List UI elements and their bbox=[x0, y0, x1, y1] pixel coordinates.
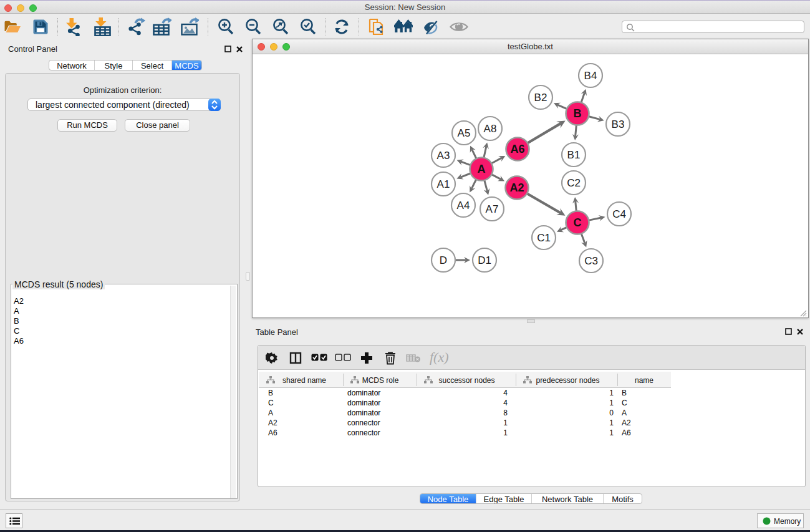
svg-text:B2: B2 bbox=[534, 92, 547, 104]
svg-text:B3: B3 bbox=[612, 118, 625, 130]
svg-text:D1: D1 bbox=[478, 254, 491, 266]
svg-text:C: C bbox=[574, 216, 582, 229]
svg-text:A1: A1 bbox=[437, 178, 450, 190]
svg-text:A3: A3 bbox=[437, 150, 450, 162]
svg-text:C2: C2 bbox=[567, 177, 581, 189]
svg-text:A7: A7 bbox=[486, 203, 499, 215]
svg-text:C4: C4 bbox=[612, 208, 626, 220]
svg-text:B1: B1 bbox=[567, 149, 581, 161]
svg-text:C1: C1 bbox=[537, 232, 551, 244]
svg-text:A4: A4 bbox=[457, 200, 470, 211]
svg-text:C3: C3 bbox=[584, 255, 598, 267]
svg-text:A: A bbox=[478, 163, 486, 175]
svg-text:A6: A6 bbox=[510, 143, 524, 155]
svg-text:A8: A8 bbox=[484, 123, 497, 135]
svg-text:D: D bbox=[440, 254, 447, 266]
svg-text:B: B bbox=[574, 107, 582, 120]
svg-text:A5: A5 bbox=[458, 127, 471, 139]
svg-text:B4: B4 bbox=[584, 70, 597, 82]
svg-text:A2: A2 bbox=[509, 181, 524, 194]
